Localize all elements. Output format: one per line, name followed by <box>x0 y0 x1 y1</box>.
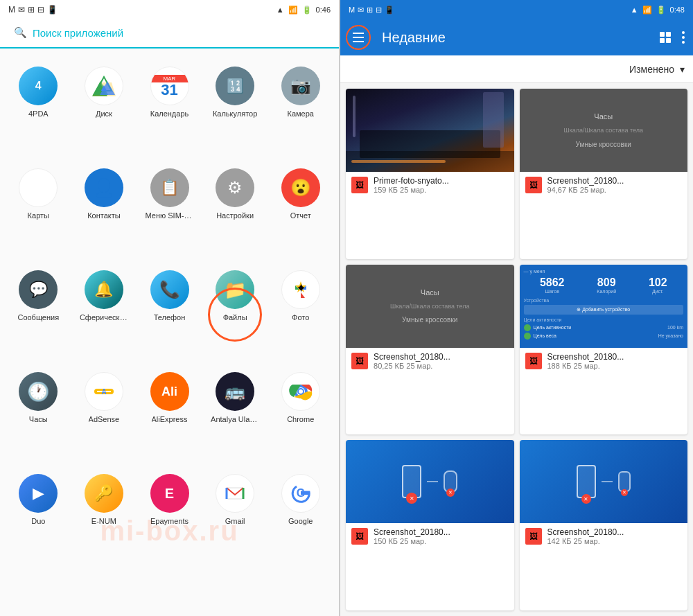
app-report[interactable]: 😮 Отчет <box>267 161 333 263</box>
svg-text:G: G <box>296 487 304 499</box>
file-type-icon-primer <box>351 177 368 193</box>
file-thumb-screenshot1: Часы Шкала/Шкала состава тела Умные крос… <box>520 89 688 172</box>
left-panel: M ✉ ⊞ ⊟ 📱 ▲ 📶 🔋 0:46 🔍 Поиск приложений … <box>0 0 339 616</box>
app-icon-chrome <box>281 372 320 411</box>
file-size-screenshot1: 94,67 КБ 25 мар. <box>547 186 683 194</box>
app-icon-4pda: 4 <box>19 67 58 105</box>
app-calculator[interactable]: 🔢 Калькулятор <box>202 60 268 161</box>
file-size-screenshot3: 188 КБ 25 мар. <box>547 362 683 370</box>
sort-chevron-icon: ▾ <box>680 64 685 75</box>
app-label-chrome: Chrome <box>287 415 314 424</box>
app-google[interactable]: G Google <box>267 467 333 569</box>
grid-view-button[interactable] <box>657 29 674 46</box>
phone-status-icon: 📱 <box>47 5 58 15</box>
signal-icon: ▲ <box>277 6 284 14</box>
layers-icon-right: ⊞ <box>367 6 373 15</box>
file-name-phone2: Screenshot_20180... <box>547 527 683 537</box>
file-grid: Primer-foto-snyato... 159 КБ 25 мар. Час… <box>340 83 693 616</box>
svg-text:▲: ▲ <box>99 82 109 93</box>
file-info-screenshot3: Screenshot_20180... 188 КБ 25 мар. <box>520 348 688 374</box>
app-phone[interactable]: 📞 Телефон <box>137 263 202 365</box>
app-icon-maps: 🗺 <box>19 168 58 207</box>
app-duo[interactable]: ▶ Duo <box>6 467 71 569</box>
app-epayments[interactable]: E Epayments <box>137 467 202 569</box>
app-icon-contacts: 👤 <box>85 168 123 207</box>
more-options-icon <box>682 31 685 44</box>
file-card-primer[interactable]: Primer-foto-snyato... 159 КБ 25 мар. <box>346 89 514 259</box>
app-files[interactable]: 📁 Файлы <box>202 263 268 365</box>
app-drive[interactable]: ▲ Диск <box>71 60 137 161</box>
app-contacts[interactable]: 👤 Контакты <box>71 161 137 263</box>
app-label-4pda: 4PDA <box>28 109 49 118</box>
status-right-left: ▲ 📶 🔋 0:46 <box>277 6 331 15</box>
app-camera[interactable]: 📷 Камера <box>267 60 333 161</box>
app-maps[interactable]: 🗺 Карты <box>6 161 71 263</box>
time-left: 0:46 <box>316 6 331 14</box>
hamburger-button[interactable] <box>346 25 371 50</box>
file-size-phone1: 150 КБ 25 мар. <box>374 537 508 545</box>
app-label-files: Файлы <box>223 313 247 322</box>
svg-point-13 <box>299 389 303 394</box>
app-chrome[interactable]: Chrome <box>267 365 333 467</box>
app-label-sim: Меню SIM-ка... <box>146 211 194 220</box>
app-sim[interactable]: 📋 Меню SIM-ка... <box>137 161 202 263</box>
battery-icon-right: 🔋 <box>656 6 666 15</box>
file-type-icon-screenshot1 <box>525 177 542 193</box>
app-aliexpress[interactable]: Ali AliExpress <box>137 365 202 467</box>
app-label-epayments: Epayments <box>150 517 188 526</box>
app-icon-files: 📁 <box>216 270 254 309</box>
file-size-phone2: 142 КБ 25 мар. <box>547 537 683 545</box>
app-antalya[interactable]: 🚌 Antalya Ulaşı... <box>202 365 268 467</box>
app-label-google: Google <box>288 517 313 526</box>
app-icon-clock: 🕐 <box>19 372 58 411</box>
app-4pda[interactable]: 4 4PDA <box>6 60 71 161</box>
file-card-screenshot1[interactable]: Часы Шкала/Шкала состава тела Умные крос… <box>520 89 688 259</box>
file-type-icon-phone2 <box>525 528 542 545</box>
app-label-enum: E-NUM <box>91 517 116 526</box>
sort-label: Изменено <box>629 64 674 75</box>
app-icon-spherical: 🔔 <box>85 270 123 309</box>
app-enum[interactable]: 🔑 E-NUM <box>71 467 137 569</box>
app-photos[interactable]: ✦ Фото <box>267 263 333 365</box>
app-gmail[interactable]: Gmail <box>202 467 268 569</box>
app-sms[interactable]: 💬 Сообщения <box>6 263 71 365</box>
grid-status-icon: ⊟ <box>37 5 44 15</box>
app-icon-enum: 🔑 <box>85 474 123 513</box>
file-size-primer: 159 КБ 25 мар. <box>374 186 508 194</box>
right-panel: M ✉ ⊞ ⊟ 📱 ▲ 📶 🔋 0:48 Недавние <box>340 0 693 616</box>
app-icon-antalya: 🚌 <box>216 372 254 411</box>
app-icon-drive: ▲ <box>85 67 123 105</box>
file-thumb-phone2: ✕ ✕ <box>520 440 688 523</box>
file-card-screenshot3[interactable]: — у меня 5862 Шагов 809 Калорий 102 Дист… <box>520 265 688 435</box>
app-icon-settings: ⚙ <box>216 168 254 207</box>
phone-icon-right: 📱 <box>385 6 394 15</box>
app-label-duo: Duo <box>31 517 45 526</box>
app-adsense[interactable]: A AdSense <box>71 365 137 467</box>
search-bar[interactable]: 🔍 Поиск приложений <box>0 19 339 49</box>
app-label-maps: Карты <box>28 211 49 220</box>
battery-icon: 🔋 <box>302 6 312 15</box>
file-info-phone1: Screenshot_20180... 150 КБ 25 мар. <box>346 523 514 549</box>
app-label-clock: Часы <box>29 415 48 424</box>
app-spherical[interactable]: 🔔 Сферическая... <box>71 263 137 365</box>
app-clock[interactable]: 🕐 Часы <box>6 365 71 467</box>
app-settings[interactable]: ⚙ Настройки <box>202 161 268 263</box>
app-label-camera: Камера <box>287 109 313 118</box>
search-icon: 🔍 <box>14 26 27 39</box>
app-label-report: Отчет <box>290 211 311 220</box>
app-calendar[interactable]: MAR 31 Календарь <box>137 60 202 161</box>
sort-bar[interactable]: Изменено ▾ <box>340 55 693 83</box>
app-label-phone: Телефон <box>154 313 186 322</box>
file-card-phone2[interactable]: ✕ ✕ Screenshot_20180... 142 КБ 25 мар. <box>520 440 688 610</box>
apps-grid: 4 4PDA ▲ Диск MAR 31 Календарь 🔢 <box>0 49 339 616</box>
file-card-screenshot2[interactable]: Часы Шкала/Шкала состава тела Умные крос… <box>346 265 514 435</box>
mail-icon-right: M <box>349 6 355 14</box>
file-card-phone1[interactable]: ✕ ✕ Screenshot_20180... 150 КБ 25 мар. <box>346 440 514 610</box>
file-name-phone1: Screenshot_20180... <box>374 527 508 537</box>
hamburger-icon <box>353 33 364 42</box>
app-label-gmail: Gmail <box>225 517 245 526</box>
more-options-button[interactable] <box>679 28 687 46</box>
app-icon-photos: ✦ <box>281 270 320 309</box>
file-meta-screenshot2: Screenshot_20180... 80,25 КБ 25 мар. <box>374 352 508 370</box>
app-label-sms: Сообщения <box>17 313 59 322</box>
